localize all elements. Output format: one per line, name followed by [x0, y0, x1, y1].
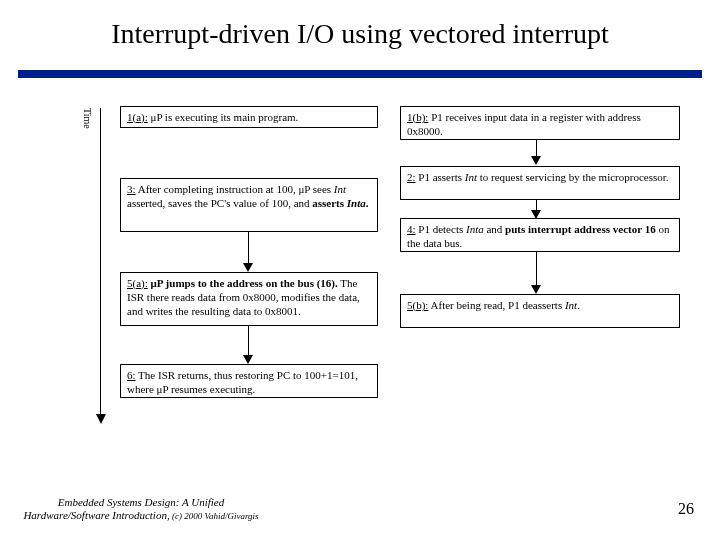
arrow-5a-to-6-stem [248, 326, 249, 358]
step-1a-label: 1(a): [127, 111, 148, 123]
step-5a-box: 5(a): μP jumps to the address on the bus… [120, 272, 378, 326]
step-6-label: 6: [127, 369, 136, 381]
step-2-text-post: to request servicing by the microprocess… [477, 171, 669, 183]
step-1b-box: 1(b): P1 receives input data in a regist… [400, 106, 680, 140]
step-3-bold2: . [366, 197, 369, 209]
step-5b-label: 5(b): [407, 299, 428, 311]
step-1b-text: P1 receives input data in a register wit… [407, 111, 641, 137]
step-3-text-mid: asserted, saves the PC's value of 100, a… [127, 197, 312, 209]
step-1b-label: 1(b): [407, 111, 428, 123]
step-4-label: 4: [407, 223, 416, 235]
arrow-3-to-5a-stem [248, 232, 249, 266]
step-1a-text: μP is executing its main program. [148, 111, 299, 123]
time-axis-label: Time [82, 108, 93, 129]
step-4-text-pre: P1 detects [416, 223, 466, 235]
slide-title: Interrupt-driven I/O using vectored inte… [0, 18, 720, 50]
step-5b-text-pre: After being read, P1 deasserts [428, 299, 565, 311]
step-3-ital: Int [334, 183, 346, 195]
step-2-text-pre: P1 asserts [416, 171, 465, 183]
step-3-bold1: asserts [312, 197, 347, 209]
step-1a-box: 1(a): μP is executing its main program. [120, 106, 378, 128]
step-5b-box: 5(b): After being read, P1 deasserts Int… [400, 294, 680, 328]
arrow-5a-to-6-head [243, 355, 253, 364]
step-4-box: 4: P1 detects Inta and puts interrupt ad… [400, 218, 680, 252]
time-axis-arrowhead [96, 414, 106, 424]
step-2-box: 2: P1 asserts Int to request servicing b… [400, 166, 680, 200]
title-divider [18, 70, 702, 78]
arrow-4-to-5b-head [531, 285, 541, 294]
footer-copyright: (c) 2000 Vahid/Givargis [170, 511, 259, 521]
step-5b-text-post: . [577, 299, 580, 311]
arrow-1b-to-2-head [531, 156, 541, 165]
step-5a-bold: μP jumps to the address on the bus (16). [148, 277, 338, 289]
page-number: 26 [678, 500, 694, 518]
arrow-4-to-5b-stem [536, 252, 537, 288]
step-5b-ital: Int [565, 299, 577, 311]
time-axis-line [100, 108, 101, 418]
arrow-3-to-5a-head [243, 263, 253, 272]
step-3-label: 3: [127, 183, 136, 195]
step-6-box: 6: The ISR returns, thus restoring PC to… [120, 364, 378, 398]
step-2-ital: Int [465, 171, 477, 183]
step-4-bold: puts interrupt address vector 16 [505, 223, 656, 235]
step-4-text-mid: and [484, 223, 505, 235]
footer-citation: Embedded Systems Design: A Unified Hardw… [16, 496, 266, 522]
step-4-ital: Inta [466, 223, 484, 235]
step-6-text: The ISR returns, thus restoring PC to 10… [127, 369, 358, 395]
step-3-box: 3: After completing instruction at 100, … [120, 178, 378, 232]
step-5a-label: 5(a): [127, 277, 148, 289]
step-3-bold-ital: Inta [347, 197, 366, 209]
step-2-label: 2: [407, 171, 416, 183]
step-3-text-pre: After completing instruction at 100, μP … [136, 183, 334, 195]
